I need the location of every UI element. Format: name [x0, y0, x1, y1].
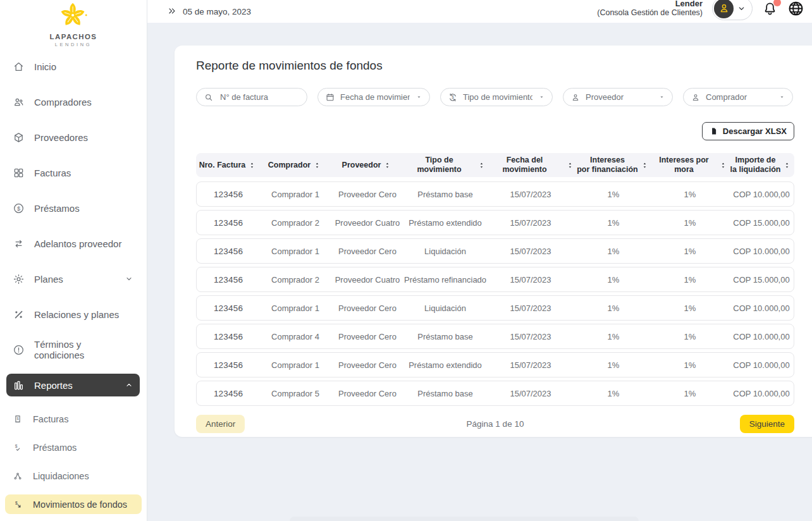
- cell-fecha-del-movimiento: 15/07/2023: [486, 360, 575, 370]
- column-header-nro-factura[interactable]: Nro. Factura: [196, 158, 259, 173]
- caret-down-icon: [778, 93, 786, 101]
- language-button[interactable]: [787, 0, 804, 17]
- download-xlsx-button[interactable]: Descargar XLSX: [702, 122, 794, 140]
- tipo-de-movimiento-filter[interactable]: $Tipo de movimiento: [440, 88, 553, 106]
- relations-icon: [13, 309, 25, 321]
- fund-movements-table: Nro. FacturaCompradorProveedorTipo de mo…: [196, 153, 794, 406]
- cell-fecha-del-movimiento: 15/07/2023: [486, 190, 575, 199]
- invoice-search-filter[interactable]: [196, 88, 307, 106]
- sidebar-subitem-liquidaciones[interactable]: Liquidaciones: [5, 466, 142, 486]
- content-area: Reporte de movimientos de fondos Fecha d…: [147, 23, 812, 521]
- sidebar-item-adelantos-proveedor[interactable]: Adelantos proveedor: [6, 232, 140, 255]
- cell-proveedor: Proveedor Cuatro: [331, 218, 404, 228]
- cell-intereses-por-financiacion: 1%: [575, 190, 652, 199]
- sort-icon: [719, 161, 727, 169]
- sort-icon: [248, 161, 256, 169]
- cell-tipo-de-movimiento: Liquidación: [404, 303, 486, 313]
- filter-label: Tipo de movimiento: [463, 92, 532, 102]
- invoice-search-input[interactable]: [219, 92, 300, 102]
- sidebar-subitem-facturas[interactable]: $Facturas: [5, 409, 142, 429]
- cell-intereses-por-mora: 1%: [652, 332, 728, 341]
- cell-importe-de-la-liquidacion: COP 10.000,00: [728, 360, 795, 370]
- movement-type-icon: $: [448, 92, 458, 102]
- user-console: (Consola Gestión de Clientes): [597, 8, 703, 18]
- sidebar-item-proveedores[interactable]: Proveedores: [6, 126, 140, 149]
- sidebar-item-label: Planes: [34, 274, 63, 285]
- column-header-tipo-de-movimiento[interactable]: Tipo de movimiento: [403, 153, 486, 177]
- user-menu-button[interactable]: [712, 0, 753, 20]
- table-row[interactable]: 123456Comprador 1Proveedor CeroPréstamo …: [196, 181, 794, 207]
- caret-down-icon: [658, 93, 666, 101]
- filter-bar: Fecha de movimiento$Tipo de movimientoPr…: [196, 88, 794, 106]
- column-header-fecha-del-movimiento[interactable]: Fecha del movimiento: [486, 153, 574, 177]
- proveedor-filter[interactable]: Proveedor: [563, 88, 673, 106]
- double-chevron-icon[interactable]: [167, 6, 177, 16]
- cell-comprador: Comprador 4: [260, 332, 331, 341]
- home-icon: [13, 61, 25, 73]
- filter-label: Fecha de movimiento: [340, 92, 410, 102]
- reports-icon: [13, 379, 25, 391]
- report-card: Reporte de movimientos de fondos Fecha d…: [175, 46, 812, 437]
- cell-intereses-por-mora: 1%: [652, 389, 728, 398]
- sidebar-item-facturas[interactable]: Facturas: [6, 161, 140, 184]
- column-header-intereses-por-financiacion[interactable]: Intereses por financiación: [574, 153, 651, 177]
- table-row[interactable]: 123456Comprador 1Proveedor CeroLiquidaci…: [196, 295, 794, 321]
- cell-intereses-por-mora: 1%: [652, 275, 728, 285]
- sort-icon: [313, 161, 321, 169]
- column-header-importe-de-la-liquidacion[interactable]: Importe de la liquidación: [727, 153, 794, 177]
- column-header-comprador[interactable]: Comprador: [259, 158, 330, 173]
- sidebar-item-planes[interactable]: Planes: [6, 267, 140, 290]
- cell-nro-factura: 123456: [197, 190, 260, 199]
- calendar-icon: [325, 92, 335, 102]
- table-row[interactable]: 123456Comprador 4Proveedor CeroPréstamo …: [196, 324, 794, 349]
- table-row[interactable]: 123456Comprador 1Proveedor CeroPréstamo …: [196, 352, 794, 377]
- svg-text:$: $: [15, 501, 18, 505]
- filter-label: Comprador: [706, 92, 773, 102]
- table-row[interactable]: 123456Comprador 2Proveedor CuatroPréstam…: [196, 267, 794, 292]
- sidebar-subitem-prestamos[interactable]: $Préstamos: [5, 438, 142, 457]
- sidebar-item-label: Facturas: [34, 168, 71, 178]
- sidebar-nav: InicioCompradoresProveedoresFacturas$Pré…: [0, 55, 147, 514]
- cell-intereses-por-mora: 1%: [652, 247, 728, 256]
- table-row[interactable]: 123456Comprador 5Proveedor CeroPréstamo …: [196, 381, 794, 406]
- sidebar-item-compradores[interactable]: Compradores: [6, 90, 140, 113]
- table-row[interactable]: 123456Comprador 2Proveedor CuatroPréstam…: [196, 210, 794, 235]
- download-xlsx-label: Descargar XLSX: [723, 126, 787, 136]
- sidebar-item-relaciones-y-planes[interactable]: Relaciones y planes: [6, 303, 140, 326]
- notifications-button[interactable]: [762, 1, 778, 16]
- cell-intereses-por-financiacion: 1%: [575, 389, 652, 398]
- brand-tagline: LENDING: [0, 42, 147, 47]
- svg-text:$: $: [17, 416, 19, 420]
- column-header-proveedor[interactable]: Proveedor: [330, 158, 403, 173]
- sort-icon: [383, 161, 391, 169]
- sidebar-item-reportes[interactable]: Reportes: [6, 374, 140, 396]
- svg-text:$: $: [452, 95, 454, 99]
- sidebar-item-terminos-y-condiciones[interactable]: Términos y condiciones: [6, 338, 140, 361]
- cell-fecha-del-movimiento: 15/07/2023: [486, 303, 575, 313]
- cell-tipo-de-movimiento: Préstamo extendido: [404, 218, 486, 228]
- cell-comprador: Comprador 1: [260, 247, 331, 256]
- filter-label: Proveedor: [586, 92, 653, 102]
- sidebar-item-inicio[interactable]: Inicio: [6, 55, 140, 78]
- sidebar-item-label: Inicio: [34, 61, 56, 72]
- lapachos-flower-icon: [54, 1, 92, 30]
- sort-icon: [477, 161, 486, 169]
- report-invoices-icon: $: [13, 414, 23, 424]
- file-icon: [710, 126, 718, 136]
- sidebar-subitem-label: Facturas: [33, 414, 68, 424]
- comprador-filter[interactable]: Comprador: [683, 88, 793, 106]
- column-header-intereses-por-mora[interactable]: Intereses por mora: [651, 153, 727, 177]
- advances-icon: [13, 238, 25, 250]
- table-row[interactable]: 123456Comprador 1Proveedor CeroLiquidaci…: [196, 238, 794, 264]
- cell-nro-factura: 123456: [197, 389, 260, 398]
- page-info: Página 1 de 10: [196, 419, 794, 429]
- cell-intereses-por-financiacion: 1%: [575, 218, 652, 228]
- cell-nro-factura: 123456: [197, 303, 260, 313]
- plans-icon: [13, 273, 25, 285]
- sidebar-item-prestamos[interactable]: $Préstamos: [6, 197, 140, 219]
- footer-sliver: [290, 517, 639, 521]
- cell-nro-factura: 123456: [197, 218, 260, 228]
- sidebar-subitem-movimientos-de-fondos[interactable]: $Movimientos de fondos: [5, 494, 142, 514]
- report-loans-icon: $: [13, 443, 23, 453]
- fecha-de-movimiento-filter[interactable]: Fecha de movimiento: [317, 88, 430, 106]
